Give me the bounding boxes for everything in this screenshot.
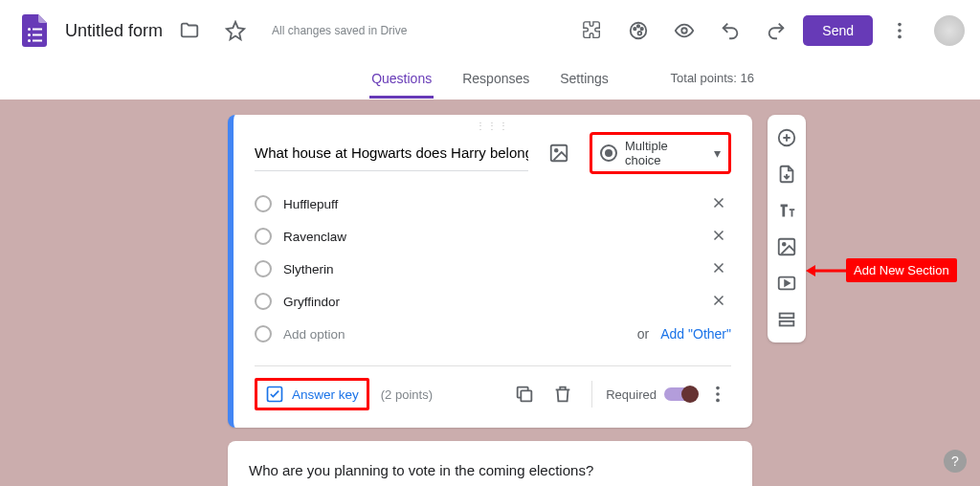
points-label: (2 points)	[381, 387, 433, 402]
add-question-icon[interactable]	[771, 122, 802, 153]
svg-rect-1	[33, 29, 42, 31]
tab-settings[interactable]: Settings	[558, 61, 611, 99]
svg-point-16	[555, 149, 558, 152]
option-label[interactable]: Gryffindor	[283, 295, 695, 309]
svg-point-20	[716, 392, 720, 396]
undo-icon[interactable]	[711, 11, 749, 50]
add-image-icon[interactable]	[771, 232, 802, 262]
answer-key-label: Answer key	[292, 387, 359, 402]
option-label[interactable]: Slytherin	[283, 262, 695, 276]
question-title-input[interactable]	[255, 135, 528, 171]
svg-point-7	[634, 28, 635, 30]
svg-point-21	[716, 399, 720, 403]
add-option-row[interactable]: Add option or Add "Other"	[255, 318, 731, 350]
question-type-select[interactable]: Multiple choice ▾	[590, 132, 731, 174]
drive-status: All changes saved in Drive	[272, 24, 407, 37]
remove-option-icon[interactable]	[706, 190, 731, 218]
svg-rect-15	[551, 145, 568, 162]
svg-rect-3	[33, 34, 42, 36]
avatar[interactable]	[934, 15, 965, 46]
chevron-down-icon: ▾	[714, 145, 721, 161]
tab-questions[interactable]: Questions	[369, 61, 434, 99]
question-card[interactable]: ⋮⋮⋮ Multiple choice ▾ Hufflepuff Ravencl…	[228, 115, 752, 428]
redo-icon[interactable]	[757, 11, 795, 50]
svg-point-13	[898, 29, 902, 33]
theme-icon[interactable]	[619, 11, 657, 50]
question-type-label: Multiple choice	[625, 139, 706, 167]
delete-icon[interactable]	[547, 379, 578, 409]
question-title: Who are you planning to vote in the comi…	[249, 458, 731, 486]
svg-point-9	[641, 28, 643, 30]
remove-option-icon[interactable]	[706, 223, 731, 251]
svg-rect-2	[28, 33, 31, 36]
option-row[interactable]: Gryffindor	[255, 285, 731, 318]
svg-point-24	[783, 243, 786, 246]
svg-point-12	[898, 23, 902, 27]
move-to-folder-icon[interactable]	[170, 11, 209, 50]
question-card[interactable]: Who are you planning to vote in the comi…	[228, 441, 752, 486]
svg-rect-27	[780, 321, 794, 326]
preview-icon[interactable]	[665, 11, 703, 50]
option-row[interactable]: Hufflepuff	[255, 188, 731, 220]
required-toggle[interactable]	[664, 387, 697, 401]
addons-icon[interactable]	[573, 11, 612, 50]
add-other-link[interactable]: Add "Other"	[660, 326, 731, 342]
svg-point-19	[716, 387, 720, 390]
required-label: Required	[606, 387, 657, 402]
radio-icon	[255, 195, 272, 212]
annotation-arrow	[806, 264, 850, 277]
question-more-icon[interactable]	[704, 381, 731, 408]
radio-icon	[255, 293, 272, 310]
remove-option-icon[interactable]	[706, 288, 731, 316]
add-image-icon[interactable]	[540, 134, 578, 172]
total-points: Total points: 16	[671, 71, 754, 85]
drag-handle-icon[interactable]: ⋮⋮⋮	[476, 121, 510, 131]
add-option-label[interactable]: Add option	[283, 327, 626, 342]
annotation-callout: Add New Section	[846, 258, 957, 282]
svg-rect-4	[28, 39, 31, 42]
more-icon[interactable]	[880, 11, 919, 50]
svg-rect-5	[33, 40, 42, 42]
option-row[interactable]: Ravenclaw	[255, 220, 731, 253]
tab-responses[interactable]: Responses	[460, 61, 531, 99]
add-video-icon[interactable]	[771, 268, 802, 298]
radio-icon	[255, 260, 272, 277]
remove-option-icon[interactable]	[706, 255, 731, 283]
form-title[interactable]: Untitled form	[65, 21, 163, 41]
send-button[interactable]: Send	[803, 15, 873, 46]
svg-point-8	[637, 25, 639, 27]
or-text: or	[637, 326, 649, 342]
svg-rect-23	[779, 239, 795, 255]
divider	[591, 381, 592, 408]
forms-logo[interactable]	[15, 11, 54, 50]
svg-point-11	[682, 28, 688, 33]
radio-icon	[255, 325, 272, 342]
radio-icon	[600, 144, 617, 162]
svg-rect-26	[780, 314, 794, 319]
add-section-icon[interactable]	[771, 304, 802, 335]
option-label[interactable]: Hufflepuff	[283, 197, 695, 211]
answer-key-button[interactable]: Answer key	[255, 378, 369, 410]
side-toolbar	[768, 115, 806, 342]
svg-rect-18	[522, 390, 532, 401]
option-row[interactable]: Slytherin	[255, 253, 731, 285]
add-title-icon[interactable]	[771, 195, 802, 226]
svg-point-14	[898, 35, 902, 39]
svg-point-10	[638, 32, 642, 35]
option-label[interactable]: Ravenclaw	[283, 230, 695, 244]
radio-icon	[255, 228, 272, 245]
svg-rect-0	[28, 28, 31, 31]
help-icon[interactable]: ?	[944, 450, 967, 473]
star-icon[interactable]	[216, 11, 255, 50]
duplicate-icon[interactable]	[509, 379, 540, 409]
import-questions-icon[interactable]	[771, 159, 802, 189]
